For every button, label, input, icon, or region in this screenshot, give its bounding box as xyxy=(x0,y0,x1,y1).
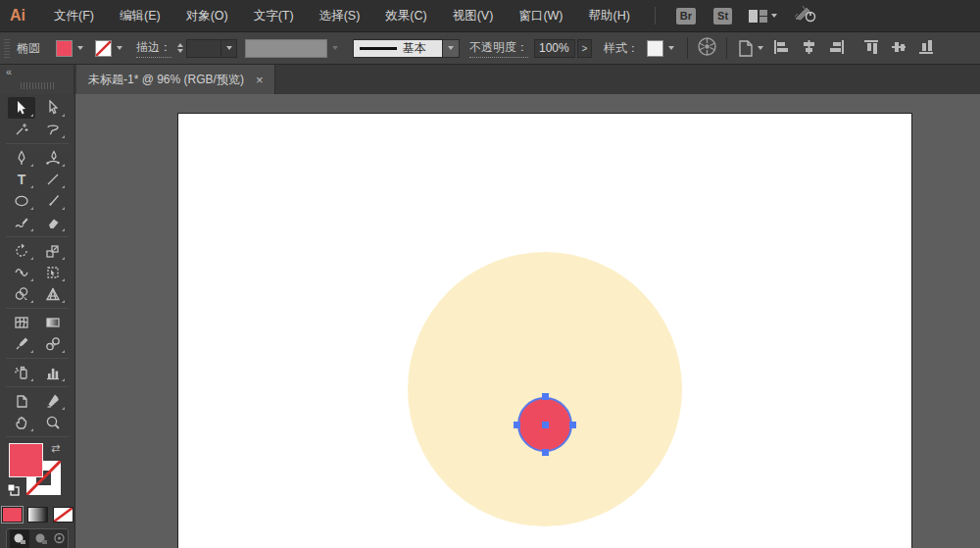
tools-panel: T xyxy=(0,94,75,548)
magic-wand-icon xyxy=(14,122,29,137)
tool-selection[interactable] xyxy=(8,97,35,119)
stock-button[interactable]: St xyxy=(713,8,732,25)
tool-pencil[interactable] xyxy=(8,212,35,233)
swap-fill-stroke-icon[interactable]: ⇄ xyxy=(51,442,60,455)
tool-ellipse[interactable] xyxy=(8,190,35,212)
tool-scale[interactable] xyxy=(39,240,67,262)
bridge-button[interactable]: Br xyxy=(676,8,696,25)
menu-view[interactable]: 视图(V) xyxy=(440,0,507,31)
artboard-icon xyxy=(14,393,29,409)
ellipse-icon xyxy=(14,193,29,209)
style-swatch[interactable] xyxy=(647,40,663,57)
default-fill-stroke-icon[interactable] xyxy=(7,482,20,500)
panel-grip[interactable] xyxy=(4,38,10,58)
tool-curvature[interactable] xyxy=(39,147,67,169)
divider xyxy=(6,436,69,437)
anchor-handle-bottom[interactable] xyxy=(542,449,549,456)
tool-lasso[interactable] xyxy=(39,119,67,140)
menu-help[interactable]: 帮助(H) xyxy=(576,0,643,31)
tool-rotate[interactable] xyxy=(8,240,35,262)
toolbar-grip[interactable] xyxy=(21,82,54,89)
blend-icon xyxy=(45,336,61,352)
brush-definition-dropdown[interactable]: 基本 xyxy=(343,39,460,58)
tool-zoom[interactable] xyxy=(39,412,67,433)
menu-edit[interactable]: 编辑(E) xyxy=(107,0,173,31)
draw-inside-button[interactable] xyxy=(53,530,66,548)
horizontal-align-right-icon[interactable] xyxy=(828,39,845,58)
fill-stroke-widget: ⇄ xyxy=(0,442,74,503)
menu-effect[interactable]: 效果(C) xyxy=(372,0,439,31)
tool-magic-wand[interactable] xyxy=(8,119,35,140)
tool-gradient[interactable] xyxy=(39,312,67,333)
recolor-artwork-icon[interactable] xyxy=(697,36,717,60)
fill-color-swatch[interactable] xyxy=(56,40,73,57)
anchor-handle-left[interactable] xyxy=(514,422,520,428)
draw-normal-button[interactable] xyxy=(10,529,29,548)
tool-hand[interactable] xyxy=(8,412,35,433)
menu-type[interactable]: 文字(T) xyxy=(241,0,307,31)
stroke-weight-label[interactable]: 描边： xyxy=(136,39,172,58)
divider xyxy=(726,37,727,59)
artboard[interactable] xyxy=(177,113,912,548)
tool-symbol-sprayer[interactable] xyxy=(8,362,35,383)
tool-slice[interactable] xyxy=(39,390,67,412)
divider xyxy=(6,386,69,387)
anchor-handle-right[interactable] xyxy=(569,422,576,428)
vertical-align-center-icon[interactable] xyxy=(891,39,907,58)
opacity-input[interactable]: 100% xyxy=(534,39,575,58)
opacity-more-button[interactable]: > xyxy=(577,39,592,58)
canvas-pasteboard[interactable] xyxy=(75,94,980,548)
divider xyxy=(6,143,69,144)
document-tab[interactable]: 未标题-1* @ 96% (RGB/预览) × xyxy=(76,65,275,94)
color-button[interactable] xyxy=(2,507,23,523)
divider xyxy=(655,7,656,25)
horizontal-align-left-icon[interactable] xyxy=(773,39,790,58)
menu-file[interactable]: 文件(F) xyxy=(41,0,107,31)
eraser-icon xyxy=(45,215,61,230)
document-setup-icon[interactable] xyxy=(736,39,763,58)
tool-eyedropper[interactable] xyxy=(8,333,35,355)
document-tab-title: 未标题-1* @ 96% (RGB/预览) xyxy=(88,72,244,88)
outer-circle-shape[interactable] xyxy=(408,252,682,526)
tool-pen[interactable] xyxy=(8,147,35,169)
anchor-handle-top[interactable] xyxy=(542,393,549,400)
mesh-icon xyxy=(14,315,29,330)
gradient-button[interactable] xyxy=(27,507,48,523)
chevron-down-icon[interactable] xyxy=(771,14,777,18)
opacity-label[interactable]: 不透明度： xyxy=(469,39,528,58)
stroke-weight-dropdown[interactable] xyxy=(186,39,237,58)
tool-line-segment[interactable] xyxy=(39,169,67,190)
fill-indicator[interactable] xyxy=(9,443,43,477)
tool-width[interactable] xyxy=(8,262,35,283)
center-point-handle[interactable] xyxy=(542,422,549,428)
horizontal-align-center-icon[interactable] xyxy=(801,39,817,58)
workspace-switcher-icon[interactable] xyxy=(749,10,767,23)
tool-shape-builder[interactable] xyxy=(8,283,35,305)
vertical-align-bottom-icon[interactable] xyxy=(918,39,935,58)
tool-paintbrush[interactable] xyxy=(39,190,67,212)
tool-free-transform[interactable] xyxy=(39,262,67,283)
collapse-panel-button[interactable]: « xyxy=(6,66,12,77)
toolbar-header: « xyxy=(0,65,74,94)
stroke-none-swatch[interactable] xyxy=(95,40,112,57)
draw-behind-button[interactable] xyxy=(34,530,48,548)
tool-type[interactable]: T xyxy=(8,169,35,190)
tool-column-graph[interactable] xyxy=(39,362,67,383)
none-button[interactable] xyxy=(53,507,74,523)
menu-select[interactable]: 选择(S) xyxy=(307,0,373,31)
menu-object[interactable]: 对象(O) xyxy=(173,0,241,31)
drawing-modes xyxy=(6,528,69,548)
tool-direct-selection[interactable] xyxy=(39,97,67,119)
stroke-weight-stepper[interactable] xyxy=(177,43,183,53)
tool-eraser[interactable] xyxy=(39,212,67,233)
tool-artboard[interactable] xyxy=(8,390,35,412)
tool-blend[interactable] xyxy=(39,333,67,355)
gpu-performance-icon[interactable] xyxy=(793,5,818,26)
close-tab-icon[interactable]: × xyxy=(256,74,264,86)
menu-window[interactable]: 窗口(W) xyxy=(506,0,575,31)
gradient-icon xyxy=(45,315,61,330)
vertical-align-top-icon[interactable] xyxy=(863,39,880,58)
selected-shape[interactable] xyxy=(517,397,572,452)
tool-mesh[interactable] xyxy=(8,312,35,333)
tool-perspective-grid[interactable] xyxy=(39,283,67,305)
